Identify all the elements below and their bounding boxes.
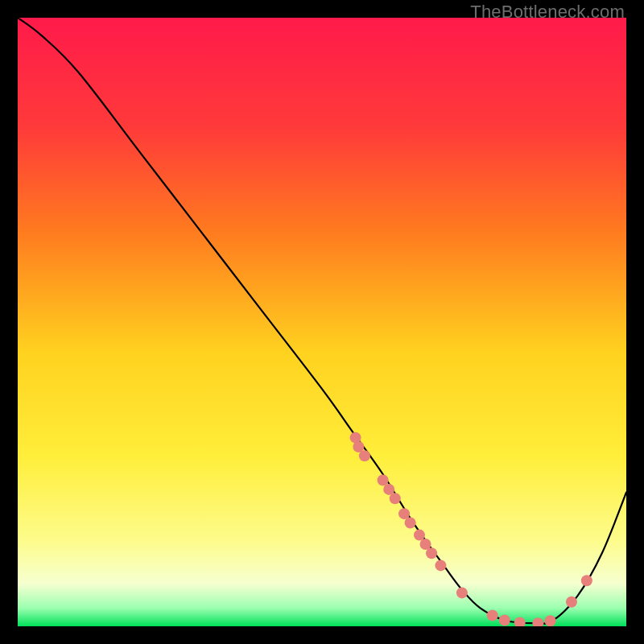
data-marker <box>487 609 498 621</box>
watermark-text: TheBottleneck.com <box>470 2 625 23</box>
data-marker <box>390 493 401 504</box>
data-marker <box>359 450 370 461</box>
data-marker <box>514 617 526 626</box>
data-marker <box>456 587 468 598</box>
data-marker <box>532 617 543 626</box>
data-marker <box>435 559 446 571</box>
chart-stage: TheBottleneck.com <box>0 0 644 644</box>
bottleneck-curve <box>18 18 626 624</box>
plot-area <box>18 18 626 626</box>
marker-group <box>350 432 592 626</box>
data-marker <box>545 615 556 626</box>
data-marker <box>426 547 437 559</box>
data-marker <box>405 517 416 528</box>
curve-layer <box>18 18 626 626</box>
data-marker <box>581 575 592 586</box>
data-marker <box>499 614 510 625</box>
data-marker <box>566 597 577 608</box>
